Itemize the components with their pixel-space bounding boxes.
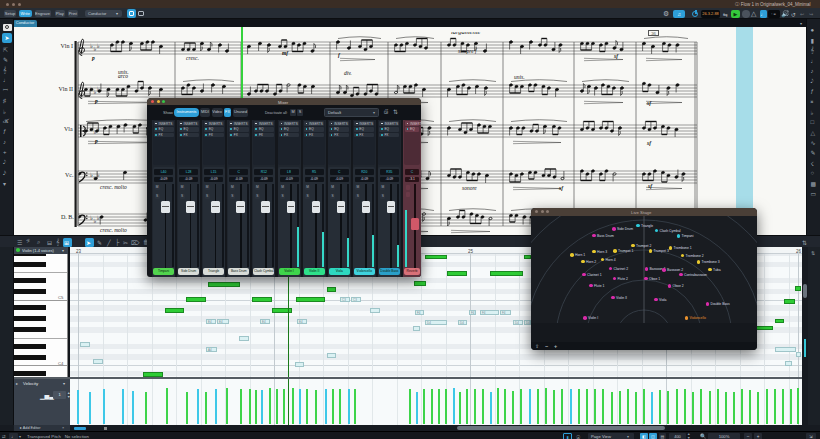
svg-text:cresc. molto: cresc. molto — [100, 227, 127, 233]
svg-text:largamente: largamente — [451, 32, 480, 35]
svg-text:♭: ♭ — [97, 215, 100, 221]
svg-text:p: p — [94, 98, 98, 104]
svg-text:cresc. molto: cresc. molto — [100, 184, 127, 190]
svg-text:f: f — [338, 52, 341, 58]
svg-text:cresc.: cresc. — [186, 55, 199, 61]
svg-text:p: p — [91, 55, 95, 61]
svg-text:p: p — [94, 138, 98, 144]
svg-text:sempre f: sempre f — [458, 48, 478, 54]
svg-text:div.: div. — [344, 70, 352, 76]
svg-text:sf: sf — [646, 140, 652, 146]
svg-text:mf: mf — [282, 50, 289, 56]
svg-text:sf: sf — [558, 185, 564, 191]
svg-text:sf: sf — [647, 183, 653, 189]
svg-text:arco: arco — [118, 73, 128, 79]
svg-text:sonore: sonore — [462, 185, 477, 191]
svg-text:♭: ♭ — [97, 43, 100, 49]
svg-text:sf: sf — [646, 100, 652, 106]
svg-text:sf: sf — [613, 53, 619, 59]
svg-text:unis.: unis. — [514, 74, 525, 80]
